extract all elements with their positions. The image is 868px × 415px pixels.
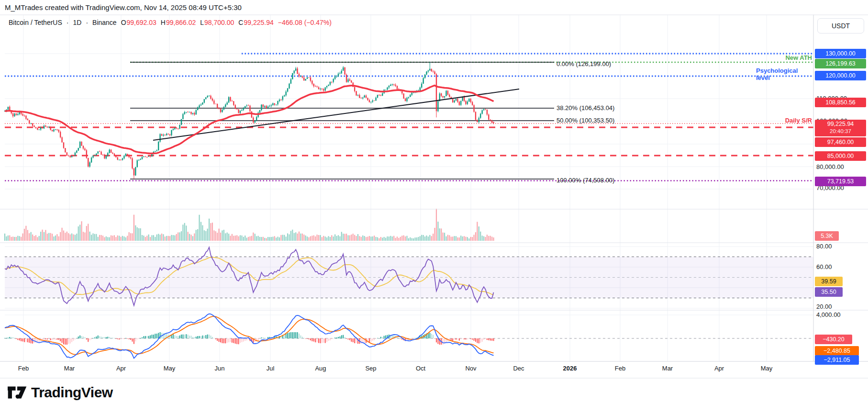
- price-axis-label: 4,000.00: [816, 311, 841, 318]
- separator: ·: [86, 19, 88, 26]
- ohlc-low: L98,700.00: [200, 19, 234, 26]
- fib-level-label: 100.00% (74,508.00): [556, 177, 614, 184]
- price-axis-badge: 85,000.00: [815, 151, 866, 161]
- time-axis-label[interactable]: Nov: [465, 365, 476, 372]
- price-axis-badge: −2,911.05: [815, 355, 859, 365]
- price-axis-label: 60.00: [816, 263, 832, 270]
- interval-label[interactable]: 1D: [73, 19, 81, 26]
- fib-level-label: 38.20% (106,453.04): [556, 104, 614, 112]
- new-ath-label: New ATH: [785, 54, 812, 61]
- ohlc-open: O99,692.03: [121, 19, 156, 26]
- attribution-text: M_MTrades created with TradingView.com, …: [5, 3, 242, 11]
- time-axis-label[interactable]: Mar: [662, 365, 673, 372]
- tradingview-logo[interactable]: TradingView: [8, 384, 113, 401]
- countdown-timer: 20:40:37: [830, 128, 851, 135]
- chart-canvas[interactable]: [0, 0, 868, 415]
- price-axis-label: 80.00: [816, 243, 832, 250]
- price-axis-badge: 39.59: [815, 277, 843, 286]
- ohlc-close: C99,225.94: [238, 19, 273, 26]
- time-axis-label[interactable]: May: [164, 365, 176, 372]
- time-axis-label[interactable]: Jul: [267, 365, 275, 372]
- price-axis-badge: 97,460.00: [815, 137, 866, 147]
- price-axis-badge: 130,000.00: [815, 49, 866, 58]
- psychological-level-label: Psychological level: [756, 67, 812, 81]
- fib-level-label: 0.00% (126,199.00): [556, 60, 611, 67]
- time-axis-label[interactable]: Dec: [513, 365, 524, 372]
- time-axis-label[interactable]: 2026: [563, 365, 577, 372]
- price-axis-badge: 35.50: [815, 287, 843, 297]
- price-axis-badge: 73,719.53: [815, 177, 866, 186]
- time-axis-label[interactable]: Sep: [365, 365, 376, 372]
- ohlc-high: H99,866.02: [161, 19, 196, 26]
- time-axis-label[interactable]: Feb: [18, 365, 29, 372]
- pane-dividers: [0, 15, 868, 378]
- price-axis-badge: 5.3K: [815, 231, 839, 241]
- change-label: −466.08 (−0.47%): [278, 19, 332, 26]
- time-axis-label[interactable]: Aug: [315, 365, 326, 372]
- time-axis-label[interactable]: Oct: [416, 365, 425, 372]
- chart-header: Bitcoin / TetherUS · 1D · Binance O99,69…: [9, 19, 332, 26]
- price-axis-badge: −2,480.85: [815, 346, 859, 356]
- time-axis-label[interactable]: Jun: [215, 365, 225, 372]
- price-axis-badge: −430.20: [815, 335, 852, 344]
- exchange-label: Binance: [92, 19, 117, 26]
- rsi-band: [5, 257, 813, 339]
- tradingview-logo-icon: [8, 385, 27, 400]
- time-axis-label[interactable]: Feb: [615, 365, 625, 372]
- time-axis-label[interactable]: Apr: [714, 365, 724, 372]
- daily-sr-label: Daily S/R: [785, 117, 812, 124]
- currency-button[interactable]: USDT: [817, 18, 864, 34]
- price-axis-badge: 99,225.9420:40:37: [815, 120, 866, 136]
- price-axis-badge: 126,199.63: [815, 59, 866, 68]
- price-axis-label: 20.00: [816, 303, 832, 310]
- time-axis-label[interactable]: Apr: [116, 365, 126, 372]
- price-axis-label: 80,000.00: [816, 163, 844, 170]
- separator: ·: [67, 19, 69, 26]
- symbol-title[interactable]: Bitcoin / TetherUS: [9, 19, 62, 26]
- level-lines: [5, 54, 813, 181]
- grid: [5, 15, 813, 361]
- moving-average-line: [5, 86, 494, 154]
- tradingview-wordmark: TradingView: [31, 384, 113, 401]
- price-axis-badge: 120,000.00: [815, 71, 866, 80]
- price-axis-badge: 108,850.56: [815, 98, 866, 107]
- time-axis-label[interactable]: Mar: [64, 365, 75, 372]
- tradingview-chart-page: M_MTrades created with TradingView.com, …: [0, 0, 868, 415]
- fib-level-label: 50.00% (100,353.50): [556, 117, 614, 124]
- time-axis-label[interactable]: May: [761, 365, 773, 372]
